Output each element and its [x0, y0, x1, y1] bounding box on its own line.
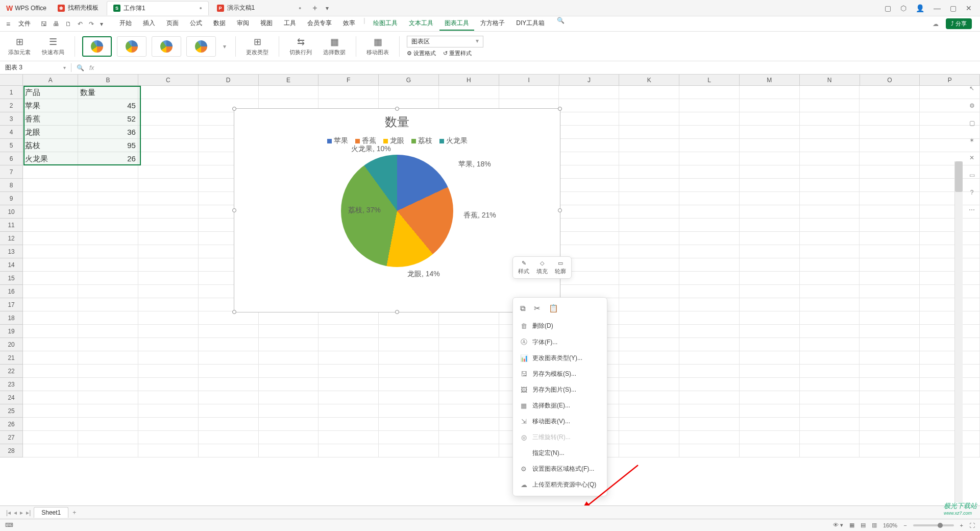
row-header[interactable]: 14 [0, 258, 23, 272]
tab-templates[interactable]: ❀ 找稻壳模板 [52, 1, 105, 15]
row-header[interactable]: 10 [0, 205, 23, 219]
menu-file[interactable]: 文件 [14, 19, 35, 28]
cell-E23[interactable] [259, 378, 319, 391]
cell-B1[interactable]: 数量 [78, 86, 138, 99]
row-header[interactable]: 23 [0, 378, 23, 391]
cell-E18[interactable] [259, 311, 319, 325]
cell-A23[interactable] [23, 378, 78, 391]
cell-M17[interactable] [740, 298, 800, 311]
cloud-icon[interactable]: ☁ [933, 20, 939, 28]
cell-K1[interactable] [619, 86, 679, 99]
menu-formula[interactable]: 公式 [185, 17, 207, 31]
cell-D24[interactable] [199, 391, 259, 404]
cell-J8[interactable] [559, 179, 619, 192]
cell-B20[interactable] [78, 338, 138, 351]
cell-P21[interactable] [920, 351, 980, 365]
cell-K3[interactable] [619, 112, 679, 126]
more-icon[interactable]: ⋯ [969, 206, 975, 213]
cell-O21[interactable] [860, 351, 920, 365]
cell-O1[interactable] [860, 86, 920, 99]
cell-K25[interactable] [619, 404, 679, 418]
cell-B5[interactable]: 95 [78, 139, 138, 152]
cell-B28[interactable] [78, 444, 138, 457]
cell-N14[interactable] [800, 258, 860, 272]
row-header[interactable]: 11 [0, 219, 23, 232]
cell-P26[interactable] [920, 418, 980, 431]
cell-N5[interactable] [800, 139, 860, 152]
cell-E25[interactable] [259, 404, 319, 418]
cell-C3[interactable] [138, 112, 199, 126]
cell-O9[interactable] [860, 192, 920, 205]
cell-N26[interactable] [800, 418, 860, 431]
settings-icon[interactable]: ⚙ [969, 102, 975, 109]
cell-H23[interactable] [439, 378, 499, 391]
cell-L11[interactable] [679, 219, 740, 232]
sheet-last-icon[interactable]: ▸| [26, 509, 31, 516]
ctx-delete[interactable]: 🗑删除(D) [513, 318, 607, 334]
ctx-save-template[interactable]: 🖫另存为模板(S)... [513, 366, 607, 382]
cell-M14[interactable] [740, 258, 800, 272]
sheet-first-icon[interactable]: |◂ [6, 509, 11, 516]
search-icon[interactable]: 🔍 [551, 17, 571, 31]
cell-K27[interactable] [619, 431, 679, 444]
cell-A4[interactable]: 龙眼 [23, 126, 78, 139]
cell-L22[interactable] [679, 365, 740, 378]
share-button[interactable]: ⤴ 分享 [946, 18, 972, 29]
dropdown-icon[interactable]: ▾ [100, 20, 103, 28]
cell-D22[interactable] [199, 365, 259, 378]
cell-O25[interactable] [860, 404, 920, 418]
cell-C10[interactable] [138, 205, 199, 219]
cell-L2[interactable] [679, 99, 740, 112]
ctx-format-area[interactable]: ⚙设置图表区域格式(F)... [513, 461, 607, 477]
cell-P20[interactable] [920, 338, 980, 351]
cell-L9[interactable] [679, 192, 740, 205]
row-header[interactable]: 17 [0, 298, 23, 311]
status-mode-icon[interactable]: ⌨ [5, 522, 13, 528]
cut-icon[interactable]: ✂ [534, 304, 541, 313]
cell-P18[interactable] [920, 311, 980, 325]
cell-K19[interactable] [619, 325, 679, 338]
ctx-upload-docer[interactable]: ☁上传至稻壳资源中心(Q) [513, 477, 607, 493]
ctx-move-chart[interactable]: ⇲移动图表(V)... [513, 414, 607, 429]
cell-A16[interactable] [23, 285, 78, 298]
cell-O20[interactable] [860, 338, 920, 351]
cell-M10[interactable] [740, 205, 800, 219]
zoom-in-icon[interactable]: + [960, 522, 963, 528]
col-header[interactable]: A [23, 75, 78, 85]
cell-C12[interactable] [138, 232, 199, 245]
menu-chart-tools[interactable]: 图表工具 [439, 17, 474, 31]
cell-H21[interactable] [439, 351, 499, 365]
cell-L21[interactable] [679, 351, 740, 365]
cell-O10[interactable] [860, 205, 920, 219]
cell-M22[interactable] [740, 365, 800, 378]
ctx-change-type[interactable]: 📊更改图表类型(Y)... [513, 350, 607, 366]
cell-A13[interactable] [23, 245, 78, 258]
row-header[interactable]: 24 [0, 391, 23, 404]
vertical-scrollbar[interactable] [954, 161, 963, 502]
cell-E22[interactable] [259, 365, 319, 378]
col-header[interactable]: O [860, 75, 920, 85]
cell-N1[interactable] [800, 86, 860, 99]
menu-text-tools[interactable]: 文本工具 [404, 17, 438, 31]
cell-L24[interactable] [679, 391, 740, 404]
cell-O24[interactable] [860, 391, 920, 404]
menu-diy[interactable]: DIY工具箱 [511, 17, 550, 31]
save-icon[interactable]: 🖫 [41, 20, 47, 28]
cell-L27[interactable] [679, 431, 740, 444]
sheet-add[interactable]: + [68, 509, 80, 516]
view-eye-icon[interactable]: 👁 ▾ [833, 522, 843, 528]
row-header[interactable]: 12 [0, 232, 23, 245]
cell-E21[interactable] [259, 351, 319, 365]
cell-O22[interactable] [860, 365, 920, 378]
cell-A27[interactable] [23, 431, 78, 444]
cell-K8[interactable] [619, 179, 679, 192]
cell-L19[interactable] [679, 325, 740, 338]
cell-D27[interactable] [199, 431, 259, 444]
set-format-button[interactable]: ⚙ 设置格式 [407, 50, 436, 57]
cell-F22[interactable] [318, 365, 379, 378]
cell-L15[interactable] [679, 272, 740, 285]
row-header[interactable]: 26 [0, 418, 23, 431]
zoom-out-icon[interactable]: − [903, 522, 906, 528]
menu-start[interactable]: 开始 [114, 17, 137, 31]
cell-B10[interactable] [78, 205, 138, 219]
